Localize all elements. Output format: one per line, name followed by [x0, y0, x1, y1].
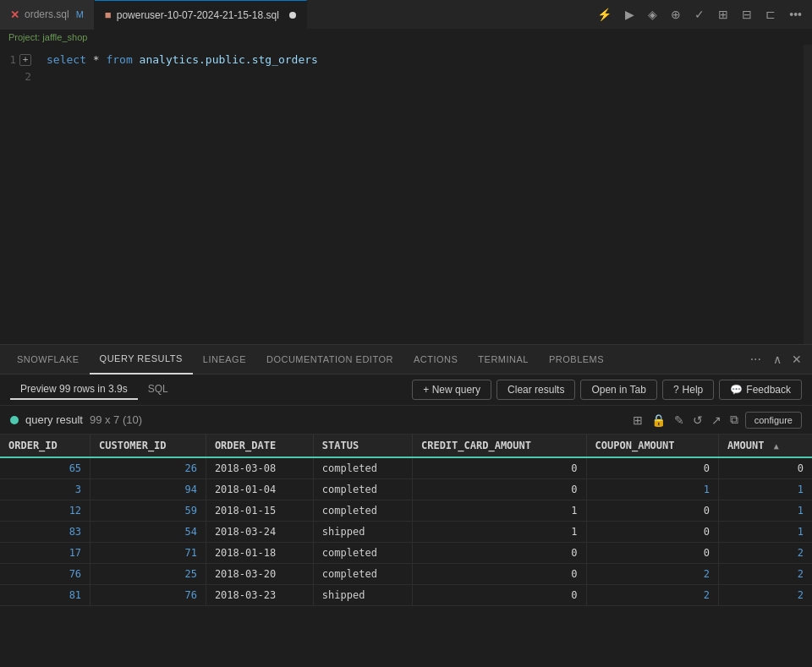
cell-amount: 2	[719, 564, 812, 585]
open-in-tab-button[interactable]: Open in Tab	[580, 380, 657, 400]
check-icon[interactable]: ✓	[691, 6, 708, 23]
cell-amount: 1	[719, 500, 812, 522]
cell-amount: 2	[719, 585, 812, 606]
tab-problems[interactable]: PROBLEMS	[539, 345, 614, 375]
sql-file-icon: ■	[105, 8, 112, 21]
table-row: 17712018-01-18completed002	[0, 543, 812, 564]
query-meta-row: query result 99 x 7 (10) ⊞ 🔒 ✎ ↺ ↗ ⧉ con…	[0, 406, 812, 435]
col-coupon-amount[interactable]: COUPON_AMOUNT	[586, 435, 718, 457]
tab-orders-sql[interactable]: ✕ orders.sql M	[0, 0, 95, 30]
copy-icon[interactable]: ⧉	[728, 411, 740, 429]
col-order-id[interactable]: ORDER_ID	[0, 435, 91, 457]
feedback-button[interactable]: 💬 Feedback	[719, 380, 802, 400]
table-row: 83542018-03-24shipped101	[0, 522, 812, 543]
table-row: 65262018-03-08completed000	[0, 457, 812, 479]
meta-action-icons: ⊞ 🔒 ✎ ↺ ↗ ⧉ configure	[631, 411, 802, 429]
cell-credit_card_amount: 0	[412, 457, 586, 479]
vertical-scrollbar[interactable]	[804, 45, 812, 344]
toolbar-right: ⚡ ▶ ◈ ⊕ ✓ ⊞ ⊟ ⊏ •••	[594, 6, 812, 23]
tab-poweruser-label: poweruser-10-07-2024-21-15-18.sql	[117, 9, 279, 21]
cell-status: completed	[313, 564, 412, 585]
cell-order_id: 76	[0, 564, 91, 585]
cell-customer_id: 94	[91, 479, 206, 500]
col-customer-id[interactable]: CUSTOMER_ID	[91, 435, 206, 457]
debug-icon[interactable]: ⊕	[667, 6, 684, 23]
cell-amount: 0	[719, 457, 812, 479]
query-result-label: query result	[25, 413, 83, 426]
add-line-btn[interactable]: +	[19, 54, 31, 66]
panel-more-icon[interactable]: ···	[745, 350, 766, 369]
tab-poweruser-sql[interactable]: ■ poweruser-10-07-2024-21-15-18.sql	[95, 0, 307, 30]
external-link-icon[interactable]: ↗	[710, 412, 723, 429]
cell-order_id: 17	[0, 543, 91, 564]
run-icon[interactable]: ▶	[622, 6, 638, 23]
help-button[interactable]: ? Help	[662, 380, 714, 400]
cell-coupon_amount: 0	[586, 457, 718, 479]
table-header: ORDER_ID CUSTOMER_ID ORDER_DATE STATUS C…	[0, 435, 812, 457]
split-icon[interactable]: ⊞	[715, 6, 732, 23]
tab-terminal[interactable]: TERMINAL	[468, 345, 539, 375]
editor-content[interactable]: select * from analytics.public.stg_order…	[38, 45, 804, 344]
cell-coupon_amount: 1	[586, 479, 718, 500]
tab-lineage[interactable]: LINEAGE	[193, 345, 256, 375]
cell-customer_id: 25	[91, 564, 206, 585]
tab-actions[interactable]: ACTIONS	[403, 345, 468, 375]
project-name: jaffle_shop	[42, 32, 87, 42]
lock-icon[interactable]: 🔒	[650, 412, 667, 429]
configure-button[interactable]: configure	[745, 412, 802, 429]
table-row: 76252018-03-20completed022	[0, 564, 812, 585]
cell-credit_card_amount: 0	[412, 543, 586, 564]
more-actions-icon[interactable]: •••	[786, 6, 805, 23]
status-indicator	[10, 416, 19, 424]
cell-order_date: 2018-03-08	[206, 457, 313, 479]
clear-results-button[interactable]: Clear results	[497, 380, 575, 400]
line-num-2: 2	[25, 68, 31, 85]
code-line-2	[47, 68, 795, 85]
results-action-buttons: + New query Clear results Open in Tab ? …	[412, 380, 802, 400]
results-table-wrapper[interactable]: ORDER_ID CUSTOMER_ID ORDER_DATE STATUS C…	[0, 435, 812, 606]
tab-preview[interactable]: Preview 99 rows in 3.9s	[10, 380, 138, 400]
cell-coupon_amount: 0	[586, 522, 718, 543]
tab-sql[interactable]: SQL	[138, 380, 178, 400]
col-credit-card-amount[interactable]: CREDIT_CARD_AMOUNT	[412, 435, 586, 457]
cell-amount: 1	[719, 522, 812, 543]
sidebar-toggle-icon[interactable]: ⊏	[762, 6, 779, 23]
tab-modified-dot	[289, 12, 296, 19]
cell-coupon_amount: 2	[586, 564, 718, 585]
col-order-date[interactable]: ORDER_DATE	[206, 435, 313, 457]
tab-documentation-editor[interactable]: DOCUMENTATION EDITOR	[256, 345, 403, 375]
tab-snowflake[interactable]: SNOWFLAKE	[7, 345, 90, 375]
help-icon: ?	[673, 384, 679, 396]
project-label: Project:	[8, 32, 42, 42]
code-editor[interactable]: 1 + 2 select * from analytics.public.stg…	[0, 45, 812, 345]
close-panel-icon[interactable]: ✕	[788, 351, 805, 368]
cell-credit_card_amount: 0	[412, 585, 586, 606]
cell-credit_card_amount: 1	[412, 500, 586, 522]
filter-icon[interactable]: ⊞	[631, 412, 645, 429]
cell-coupon_amount: 0	[586, 500, 718, 522]
layout-icon[interactable]: ⊟	[738, 6, 755, 23]
col-status[interactable]: STATUS	[313, 435, 412, 457]
refresh-icon[interactable]: ↺	[691, 412, 705, 429]
cell-order_date: 2018-03-24	[206, 522, 313, 543]
tab-orders-label: orders.sql	[25, 8, 69, 20]
cell-credit_card_amount: 0	[412, 564, 586, 585]
cell-order_id: 83	[0, 522, 91, 543]
tab-query-results[interactable]: QUERY RESULTS	[90, 345, 193, 375]
cell-order_id: 81	[0, 585, 91, 606]
cell-order_date: 2018-03-23	[206, 585, 313, 606]
tab-orders-badge: M	[76, 9, 84, 19]
cell-customer_id: 26	[91, 457, 206, 479]
col-amount[interactable]: AMOUNT ▲	[719, 435, 812, 457]
bottom-panel: SNOWFLAKE QUERY RESULTS LINEAGE DOCUMENT…	[0, 345, 812, 606]
cell-status: completed	[313, 543, 412, 564]
new-query-button[interactable]: + New query	[412, 380, 491, 400]
run-debug-icon[interactable]: ⚡	[594, 6, 615, 23]
cell-status: completed	[313, 479, 412, 500]
edit-icon[interactable]: ✎	[672, 412, 686, 429]
watch-icon[interactable]: ◈	[645, 6, 661, 23]
panel-tabs: SNOWFLAKE QUERY RESULTS LINEAGE DOCUMENT…	[0, 345, 812, 375]
cell-status: shipped	[313, 522, 412, 543]
collapse-panel-icon[interactable]: ∧	[770, 351, 785, 368]
panel-controls: ··· ∧ ✕	[745, 350, 805, 369]
